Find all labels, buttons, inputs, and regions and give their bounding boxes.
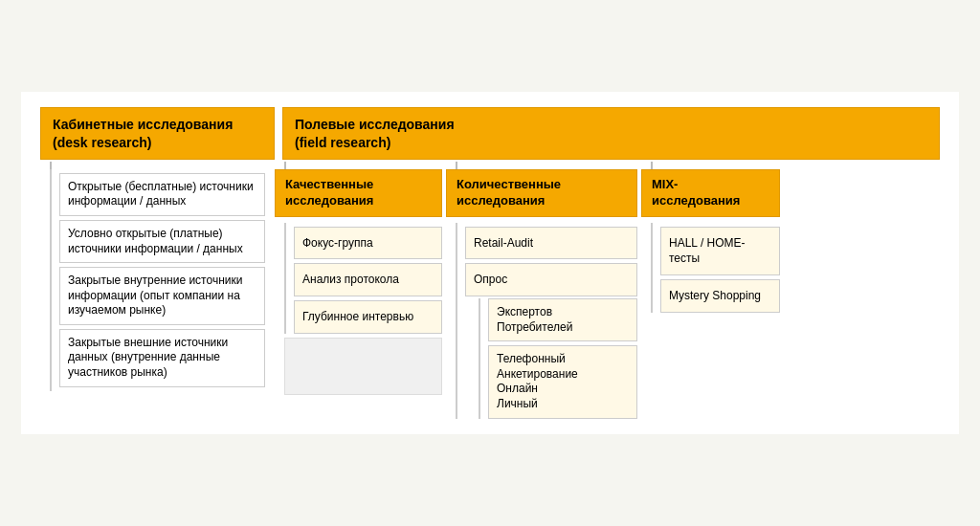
desk-col: Открытые (бесплатные) источники информац… [40, 162, 275, 391]
desk-item-2: Условно открытые (платные) источники инф… [59, 220, 265, 263]
quant-sub-item-1: ЭкспертовПотребителей [488, 298, 637, 341]
field-col: Качественные исследования Количественные… [275, 162, 940, 419]
quant-header: Количественные исследования [446, 169, 637, 217]
quant-item-retail: Retail-Audit [465, 227, 637, 260]
qual-col: Фокус-группа Анализ протокола Глубинное … [275, 223, 442, 395]
desk-item-4: Закрытые внешние источники данных (внутр… [59, 329, 265, 387]
desk-research-header: Кабинетные исследования (desk research) [40, 107, 275, 159]
quant-item-opros: Опрос [465, 263, 637, 296]
mix-item-hall: HALL / HOME-тесты [660, 227, 780, 276]
qual-item-3: Глубинное интервью [294, 300, 442, 334]
qual-item-1: Фокус-группа [294, 227, 442, 260]
main-content: Открытые (бесплатные) источники информац… [40, 162, 940, 419]
field-research-header: Полевые исследования (field research) [282, 107, 940, 159]
quant-sub-list: ЭкспертовПотребителей ТелефонныйАнкетиро… [479, 298, 637, 419]
mix-item-mystery: Mystery Shopping [660, 279, 780, 313]
mix-col: HALL / HOME-тесты Mystery Shopping [641, 223, 780, 313]
mix-header: MIX- исследования [641, 169, 780, 217]
mix-items-list: HALL / HOME-тесты Mystery Shopping [651, 223, 780, 313]
diagram: Кабинетные исследования (desk research) … [21, 92, 959, 433]
quant-sub-item-2: ТелефонныйАнкетированиеОнлайнЛичный [488, 345, 637, 418]
desk-item-1: Открытые (бесплатные) источники информац… [59, 173, 265, 216]
qual-header: Качественные исследования [275, 169, 442, 217]
field-subheaders: Качественные исследования Количественные… [275, 162, 940, 217]
blank-placeholder [284, 338, 442, 395]
qual-item-2: Анализ протокола [294, 263, 442, 296]
qual-items-list: Фокус-группа Анализ протокола Глубинное … [284, 223, 442, 334]
desk-items-list: Открытые (бесплатные) источники информац… [50, 169, 265, 391]
quant-col: Retail-Audit Опрос ЭкспертовПотребителей… [446, 223, 637, 419]
quant-wrapper: Retail-Audit Опрос ЭкспертовПотребителей… [456, 223, 637, 419]
header-section: Кабинетные исследования (desk research) … [40, 107, 940, 159]
desk-item-3: Закрытые внутренние источники информации… [59, 267, 265, 325]
field-content: Фокус-группа Анализ протокола Глубинное … [275, 223, 940, 419]
